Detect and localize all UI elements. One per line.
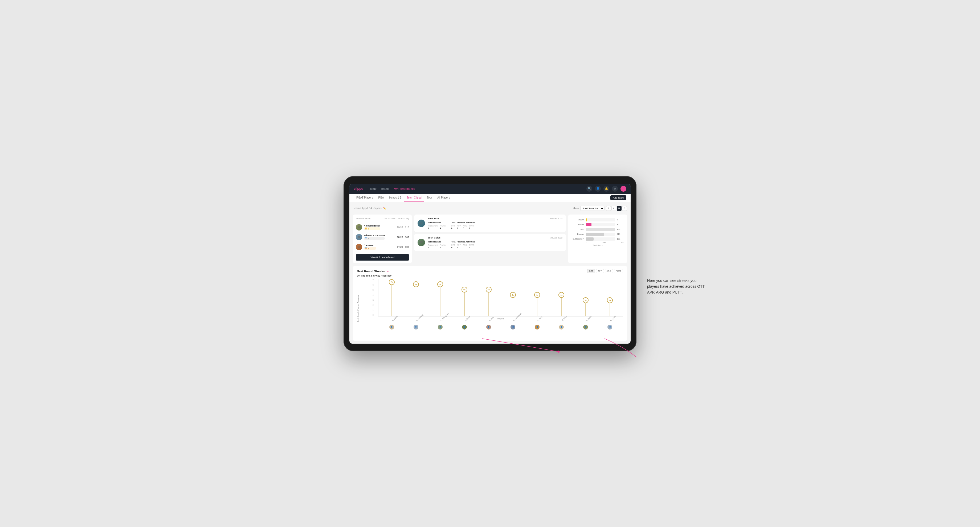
bar-track xyxy=(586,228,615,231)
y-tick: 6 xyxy=(372,284,374,286)
show-label: Show xyxy=(573,207,579,210)
top-nav: clippd Home Teams My Performance 🔍 👤 🔔 ⊕… xyxy=(349,184,631,194)
x-label-0: 0 xyxy=(586,242,587,243)
annotation-text: Here you can see streaks your players ha… xyxy=(647,278,706,295)
x-label-200: 200 xyxy=(602,242,606,243)
player-badge-silver: 🥈 2 xyxy=(364,237,385,240)
arg-value: 0 xyxy=(463,246,467,249)
player-name: Cameron... xyxy=(364,244,376,247)
nav-my-performance[interactable]: My Performance xyxy=(394,186,415,191)
player-col: 3x R. Butler 👤 xyxy=(574,279,598,316)
edit-icon[interactable]: ✏️ xyxy=(383,207,386,210)
nav-icons: 🔍 👤 🔔 ⊕ U xyxy=(586,186,626,192)
sub-nav-hcaps[interactable]: Hcaps 1-5 xyxy=(387,194,404,202)
app-stat: APP 0 xyxy=(457,225,461,229)
two-col-layout: PLAYER NAME PB SCORE PB AVG SQ RB Richar… xyxy=(353,214,627,263)
bar-track xyxy=(586,218,615,221)
avatar: JC xyxy=(418,239,425,246)
pb-score: 19/20 xyxy=(397,226,403,229)
medal-icon: 🥈 xyxy=(365,237,367,240)
table-row[interactable]: RB Richard Butler 🏆 1 19/20 xyxy=(356,222,409,232)
sub-nav-all-players[interactable]: All Players xyxy=(434,194,452,202)
person-icon[interactable]: 👤 xyxy=(595,186,601,192)
x-label-400: 400 xyxy=(621,242,624,243)
streak-filter-arg[interactable]: ARG xyxy=(605,269,613,273)
streak-filter-app[interactable]: APP xyxy=(596,269,604,273)
player-columns: 7x E. Ebert 👤 6x B. McHerg 👤 xyxy=(379,279,623,316)
bar-label-pars: Pars xyxy=(571,228,584,230)
app-label: APP xyxy=(457,225,461,227)
team-header: Team Clippd 14 Players ✏️ Show Last 3 mo… xyxy=(353,205,627,212)
nav-teams[interactable]: Teams xyxy=(381,186,389,191)
stat-title: Total Rounds xyxy=(428,221,446,224)
streak-dot: 6x xyxy=(437,281,443,287)
table-view-btn[interactable]: ⊟ xyxy=(622,206,627,211)
list-view-btn[interactable]: ≡ xyxy=(611,206,616,211)
target-icon[interactable]: ⊕ xyxy=(612,186,618,192)
streak-dot: 3x xyxy=(583,297,589,303)
streak-dot: 6x xyxy=(413,281,419,287)
practice-label: Practice xyxy=(440,244,446,246)
player-col: 6x D. Billingham 👤 xyxy=(428,279,452,316)
practice-activities-block: Total Practice Activities OTT 0 APP xyxy=(451,241,475,249)
bar-value-dbogeys: 131 xyxy=(617,238,624,240)
bell-icon[interactable]: 🔔 xyxy=(603,186,609,192)
y-tick: 4 xyxy=(372,294,374,296)
sub-nav-pgat[interactable]: PGAT Players xyxy=(354,194,375,202)
bar-row-eagles: Eagles 3 xyxy=(571,218,624,221)
grid-view-btn[interactable]: ⊞ xyxy=(606,206,611,211)
view-full-leaderboard-button[interactable]: View Full Leaderboard xyxy=(356,254,409,260)
putt-value: 1 xyxy=(469,246,474,249)
card-view-btn[interactable]: ▦ xyxy=(617,206,622,211)
player-name: Richard Butler xyxy=(364,224,380,227)
bar-label-eagles: Eagles xyxy=(571,219,584,221)
stat-title: Total Rounds xyxy=(428,241,446,243)
streak-filter-putt[interactable]: PUTT xyxy=(614,269,623,273)
player-name: Rees Britt xyxy=(428,217,439,220)
player-col-avatar: 👤 xyxy=(414,325,418,330)
stat-row: Tournament 8 Practice 4 xyxy=(428,225,446,229)
bar-chart-panel: Eagles 3 Birdies xyxy=(568,214,627,263)
y-tick: 0 xyxy=(372,314,374,316)
player-card: RB Rees Britt 02 Sep 2023 Total Rounds xyxy=(414,214,566,232)
pb-avg: 107 xyxy=(405,236,409,238)
player-col-avatar: 👤 xyxy=(583,325,588,330)
player-name-block: Edward Crossman 🥈 2 xyxy=(364,234,385,240)
player-cards-panel: RB Rees Britt 02 Sep 2023 Total Rounds xyxy=(414,214,566,263)
y-tick: 7 xyxy=(372,279,374,281)
sub-nav-tour[interactable]: Tour xyxy=(424,194,434,202)
streaks-title-text: Best Round Streaks xyxy=(357,270,385,273)
nav-home[interactable]: Home xyxy=(369,186,376,191)
y-tick: 1 xyxy=(372,309,374,311)
bar-row-pars: Pars 499 xyxy=(571,228,624,231)
add-team-button[interactable]: Add Team xyxy=(610,195,626,200)
arg-label: ARG xyxy=(463,244,467,246)
stat-row: OTT 0 APP 0 xyxy=(451,225,475,229)
ott-stat: OTT 0 xyxy=(451,225,455,229)
player-col: 4x M. Miller 👤 xyxy=(549,279,574,316)
player-date: 26 Aug 2023 xyxy=(550,237,562,239)
streaks-section: Best Round Streaks ← OTT APP ARG PUTT Of… xyxy=(353,266,627,341)
period-select[interactable]: Last 3 months xyxy=(580,206,605,211)
pb-avg: 110 xyxy=(405,226,409,229)
ott-value: 0 xyxy=(451,246,455,249)
streak-dot: 5x xyxy=(461,287,467,292)
user-avatar[interactable]: U xyxy=(620,186,626,192)
player-info: EC Edward Crossman 🥈 2 xyxy=(356,234,395,240)
app-logo: clippd xyxy=(354,187,363,190)
stat-title: Total Practice Activities xyxy=(451,221,475,224)
player-col: 6x B. McHerg 👤 xyxy=(404,279,428,316)
pb-avg: 103 xyxy=(405,246,409,248)
sub-nav-team-clippd[interactable]: Team Clippd xyxy=(404,194,424,202)
player-count: 14 Players xyxy=(369,207,382,210)
avatar: RB xyxy=(418,220,425,227)
streak-dot: 4x xyxy=(510,292,516,298)
player-card: JC Josh Coles 26 Aug 2023 Total Rounds xyxy=(414,234,566,251)
table-row[interactable]: CC Cameron... 🥉 3 17/20 10 xyxy=(356,242,409,252)
player-date: 02 Sep 2023 xyxy=(550,217,562,220)
streak-filter-ott[interactable]: OTT xyxy=(587,269,595,273)
bar-fill-birdies xyxy=(586,223,592,226)
sub-nav-pga[interactable]: PGA xyxy=(375,194,387,202)
table-row[interactable]: EC Edward Crossman 🥈 2 18/20 xyxy=(356,232,409,242)
search-icon[interactable]: 🔍 xyxy=(586,186,592,192)
